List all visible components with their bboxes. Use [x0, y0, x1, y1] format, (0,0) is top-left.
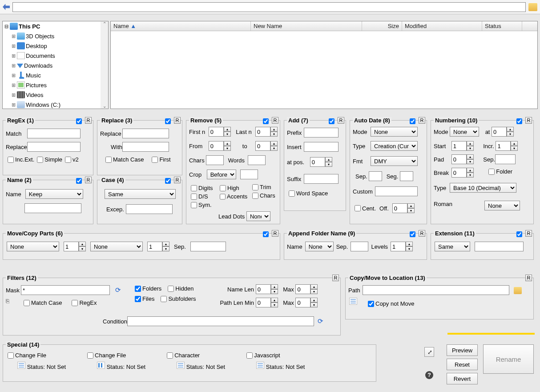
browse-folder-icon[interactable] [528, 3, 537, 11]
add-atpos-spin[interactable]: ▴▾ [310, 157, 332, 167]
add-wordspace-check[interactable]: Word Space [289, 190, 328, 197]
remove-reset-btn[interactable]: R [272, 117, 278, 124]
cm-reset-btn[interactable]: R [525, 275, 532, 281]
num-type-select[interactable]: Base 10 (Decimal) [450, 183, 516, 193]
remove-ds-check[interactable]: D/S [191, 193, 215, 200]
af-reset-btn[interactable]: R [419, 230, 425, 237]
filters-files-check[interactable]: Files [135, 295, 154, 302]
refresh-cond-icon[interactable]: ⟳ [318, 317, 326, 324]
remove-crop-select[interactable]: Before [207, 170, 236, 179]
reset-button[interactable]: Reset [447, 359, 478, 370]
mc-from-n-spin[interactable]: ▴▾ [64, 242, 86, 251]
ad-fmt-select[interactable]: DMY [371, 156, 418, 166]
tree-item[interactable]: ⊞Music [3, 70, 108, 80]
remove-chars2-check[interactable]: Chars [252, 192, 277, 199]
num-break-spin[interactable]: ▴▾ [451, 168, 474, 178]
af-levels-spin[interactable]: ▴▾ [391, 242, 413, 251]
ad-custom-input[interactable] [375, 186, 418, 196]
ad-mode-select[interactable]: None [371, 127, 418, 137]
tree-item[interactable]: ⊞Documents [3, 51, 108, 61]
remove-crop-input[interactable] [240, 170, 258, 179]
af-name-select[interactable]: None [305, 242, 334, 251]
num-at-spin[interactable]: ▴▾ [492, 127, 514, 137]
num-roman-select[interactable]: None [484, 201, 520, 210]
ad-cent-check[interactable]: Cent. [355, 205, 376, 212]
filters-reset-btn[interactable]: R [332, 275, 339, 281]
sp-javascript-check[interactable]: Javascript [246, 352, 280, 359]
remove-accents-check[interactable]: Accents [220, 193, 247, 200]
replace-with-input[interactable] [122, 142, 169, 152]
help-icon[interactable]: ? [425, 371, 433, 379]
replace-matchcase-check[interactable]: Match Case [105, 156, 144, 163]
ext-select[interactable]: Same [435, 242, 470, 251]
add-reset-btn[interactable]: R [338, 117, 344, 124]
remove-to-spin[interactable]: ▴▾ [255, 141, 278, 151]
replace-find-input[interactable] [122, 129, 169, 138]
col-newname[interactable]: New Name [251, 21, 362, 31]
case-enable-check[interactable] [165, 178, 171, 184]
tree-scrollbar[interactable]: ⌃⌄ [101, 21, 108, 109]
tree-item[interactable]: ⊞Desktop [3, 41, 108, 51]
add-suffix-input[interactable] [304, 174, 339, 184]
case-select[interactable]: Same [105, 189, 176, 199]
remove-trim-check[interactable]: Trim [252, 184, 277, 190]
replace-reset-btn[interactable]: R [174, 117, 181, 124]
filters-cond-input[interactable] [127, 316, 314, 326]
refresh-mask-icon[interactable]: ⟳ [115, 286, 123, 293]
ad-type-select[interactable]: Creation (Cur [371, 141, 418, 151]
add-enable-check[interactable] [329, 118, 334, 124]
filters-plenmax-spin[interactable]: ▴▾ [295, 298, 318, 307]
af-enable-check[interactable] [410, 231, 415, 237]
filters-nlen-spin[interactable]: ▴▾ [256, 284, 278, 294]
mc-sep-input[interactable] [190, 242, 226, 251]
filters-matchcase-check[interactable]: Match Case [24, 299, 62, 306]
num-folder-check[interactable]: Folder [488, 168, 512, 175]
filters-hidden-check[interactable]: Hidden [168, 285, 193, 292]
remove-words-input[interactable] [248, 155, 266, 165]
tree-item[interactable]: ⊞Windows (C:) [3, 100, 108, 109]
name-reset-btn[interactable]: R [85, 177, 92, 183]
name-enable-check[interactable] [76, 178, 82, 184]
tree-item[interactable]: ⊞Downloads [3, 61, 108, 70]
num-reset-btn[interactable]: R [525, 117, 532, 124]
remove-high-check[interactable]: High [220, 185, 244, 191]
tree-item[interactable]: ⊞Pictures [3, 80, 108, 90]
ad-off-spin[interactable]: ▴▾ [392, 203, 415, 213]
col-name[interactable]: Name ▲ [111, 21, 251, 31]
sp-character-check[interactable]: Character [167, 352, 200, 359]
mc-to-n-spin[interactable]: ▴▾ [147, 242, 169, 251]
cm-browse-icon[interactable] [514, 287, 522, 294]
regex-enable-check[interactable] [76, 118, 82, 124]
col-size[interactable]: Size [362, 21, 402, 31]
revert-button[interactable]: Revert [447, 373, 478, 384]
name-value-input[interactable] [24, 203, 81, 213]
mc-reset-btn[interactable]: R [272, 230, 278, 237]
num-enable-check[interactable] [516, 118, 522, 124]
ad-seg-input[interactable] [400, 171, 413, 181]
ad-sep-input[interactable] [369, 171, 382, 181]
file-list[interactable]: Name ▲ New Name Size Modified Status [110, 21, 538, 109]
filters-subfolders-check[interactable]: Subfolders [161, 295, 196, 302]
cm-copynotmove-check[interactable]: Copy not Move [368, 300, 414, 307]
num-incr-spin[interactable]: ▴▾ [496, 141, 518, 151]
regex-simple-check[interactable]: Simple [37, 156, 62, 163]
remove-lastn-spin[interactable]: ▴▾ [255, 127, 278, 137]
name-mode-select[interactable]: Keep [25, 189, 83, 199]
cm-path-input[interactable] [363, 285, 509, 295]
case-reset-btn[interactable]: R [174, 177, 181, 183]
regex-replace-input[interactable] [27, 142, 81, 152]
filters-folders-check[interactable]: Folders [135, 285, 161, 292]
regex-incext-check[interactable]: Inc.Ext. [8, 156, 34, 163]
expand-icon[interactable]: ⤢ [424, 347, 434, 357]
preview-button[interactable]: Preview [447, 344, 478, 356]
back-icon[interactable] [3, 4, 10, 10]
filters-nlenmax-spin[interactable]: ▴▾ [295, 284, 318, 294]
mc-from-select[interactable]: None [7, 242, 59, 251]
ext-value-input[interactable] [475, 242, 524, 251]
tree-item[interactable]: ⊞Videos [3, 90, 108, 100]
num-pad-spin[interactable]: ▴▾ [451, 154, 474, 164]
mask-history-icon[interactable]: ⎘ [6, 298, 9, 304]
filters-mask-input[interactable] [21, 285, 110, 295]
num-mode-select[interactable]: None [450, 127, 479, 137]
tree-item[interactable]: ⊞3D Objects [3, 31, 108, 41]
